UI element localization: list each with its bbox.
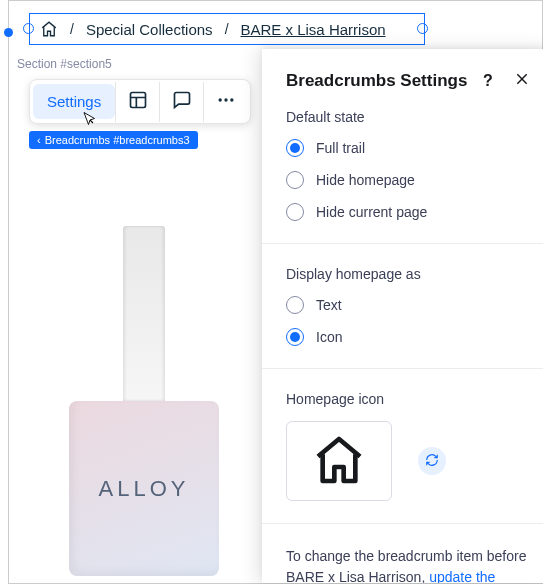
radio-icon [286,203,304,221]
svg-point-3 [230,98,233,101]
radio-icon [286,171,304,189]
close-button[interactable] [512,71,532,91]
bottle-body: ALLOY [69,401,219,576]
group-display-homepage-as: Display homepage as Text Icon [262,243,543,368]
selection-tag-label: Breadcrumbs #breadcrumbs3 [45,134,190,146]
radio-full-trail[interactable]: Full trail [286,139,528,157]
group-title-default-state: Default state [286,109,528,125]
section-label: Section #section5 [17,57,112,71]
product-label: ALLOY [99,476,190,502]
more-button[interactable] [203,82,247,122]
group-title-homepage-icon: Homepage icon [286,391,528,407]
radio-text[interactable]: Text [286,296,528,314]
radio-hide-current[interactable]: Hide current page [286,203,528,221]
radio-hide-homepage[interactable]: Hide homepage [286,171,528,189]
parent-page-hint: To change the breadcrumb item before BAR… [262,523,543,583]
radio-label: Full trail [316,140,365,156]
radio-icon [286,328,304,346]
breadcrumb-item-1[interactable]: BARE x Lisa Harrison [241,21,386,38]
more-icon [216,90,236,113]
radio-label: Text [316,297,342,313]
home-icon[interactable] [40,20,58,38]
settings-panel: Breadcrumbs Settings ? Default state Ful… [262,49,543,583]
group-homepage-icon: Homepage icon [262,368,543,523]
breadcrumb-item-0[interactable]: Special Collections [86,21,213,38]
radio-label: Hide current page [316,204,427,220]
radio-label: Icon [316,329,342,345]
breadcrumb-separator: / [225,21,229,37]
svg-point-1 [218,98,221,101]
icon-preview-box[interactable] [286,421,392,501]
layout-button[interactable] [115,82,159,122]
comment-button[interactable] [159,82,203,122]
floating-toolbar: Settings [29,79,251,124]
close-icon [515,72,529,90]
radio-label: Hide homepage [316,172,415,188]
panel-title: Breadcrumbs Settings [286,71,467,91]
radio-icon-option[interactable]: Icon [286,328,528,346]
product-preview: ALLOY [29,146,259,576]
bottle-graphic: ALLOY [69,226,219,576]
group-title-display-home: Display homepage as [286,266,528,282]
help-button[interactable]: ? [478,71,498,91]
settings-button[interactable]: Settings [33,84,115,119]
chevron-left-icon: ‹ [37,134,41,146]
comment-icon [172,90,192,113]
bottle-cap [123,226,165,401]
radio-icon [286,139,304,157]
svg-rect-0 [130,93,145,108]
panel-header: Breadcrumbs Settings ? [262,49,543,109]
breadcrumb-component[interactable]: / Special Collections / BARE x Lisa Harr… [29,13,425,45]
svg-point-2 [224,98,227,101]
editor-canvas: / Special Collections / BARE x Lisa Harr… [8,0,543,584]
home-icon [311,432,367,491]
selection-dot-left [4,28,13,37]
refresh-icon-button[interactable] [418,447,446,475]
refresh-icon [425,453,439,470]
breadcrumb-separator: / [70,21,74,37]
layout-icon [128,90,148,113]
radio-icon [286,296,304,314]
group-default-state: Default state Full trail Hide homepage H… [262,109,543,243]
